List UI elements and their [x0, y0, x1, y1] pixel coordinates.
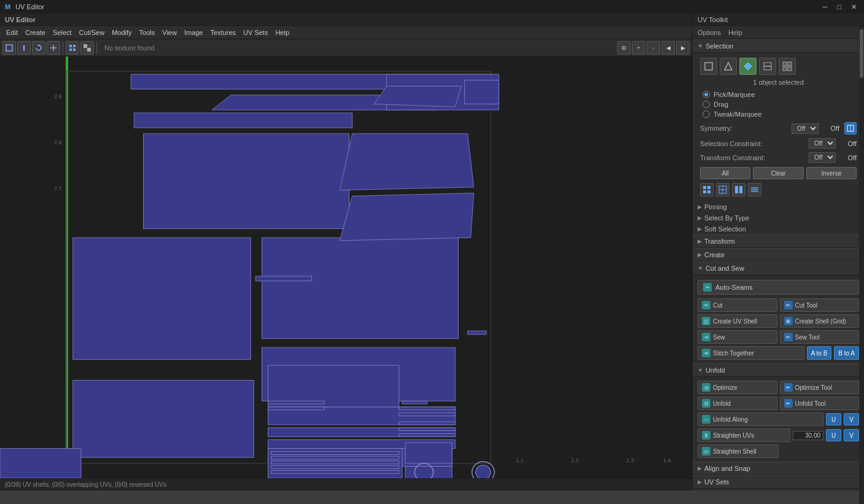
- toolbar-rotate-btn[interactable]: [32, 41, 45, 55]
- unfold-along-button[interactable]: ↔ Unfold Along: [698, 413, 823, 426]
- menu-modify[interactable]: Modify: [108, 28, 135, 37]
- menu-select[interactable]: Select: [49, 28, 76, 37]
- menu-view[interactable]: View: [158, 28, 181, 37]
- uv-viewport[interactable]: 2.9 2.8 2.7 0.7 -0.1 1.1 1.2 1.3 1.4: [0, 56, 692, 478]
- toolbar-fit-btn[interactable]: ⊞: [617, 41, 631, 55]
- straighten-shell-button[interactable]: ▭ Straighten Shell: [698, 444, 779, 458]
- optimize-button[interactable]: ◎ Optimize: [698, 381, 777, 394]
- clear-button[interactable]: Clear: [753, 167, 803, 179]
- selection-constraint-dropdown[interactable]: Off: [809, 138, 836, 149]
- auto-seams-button[interactable]: ✂ Auto-Seams: [698, 280, 859, 295]
- svg-marker-28: [340, 193, 473, 241]
- unfold-tool-button[interactable]: ✏ Unfold Tool: [780, 397, 860, 410]
- straighten-v-button[interactable]: V: [844, 429, 859, 441]
- toolbar-select-btn[interactable]: [2, 41, 16, 55]
- menu-cutsew[interactable]: Cut/Sew: [76, 28, 109, 37]
- right-panel-scrollbar[interactable]: [859, 26, 864, 490]
- radio-dot-pick[interactable]: [702, 91, 710, 98]
- straighten-uvs-button[interactable]: ⊻ Straighten UVs: [698, 428, 790, 442]
- toolbar-zoom-out-btn[interactable]: -: [647, 41, 660, 55]
- radio-pick-marquee[interactable]: Pick/Marquee: [702, 90, 854, 99]
- radio-drag[interactable]: Drag: [702, 99, 854, 109]
- transform-constraint-dropdown[interactable]: Off: [809, 152, 836, 163]
- section-header-selection[interactable]: Selection: [693, 39, 864, 53]
- menu-create[interactable]: Create: [21, 28, 49, 37]
- symmetry-dropdown[interactable]: Off: [792, 123, 819, 134]
- straighten-uvs-icon: ⊻: [702, 431, 710, 440]
- section-header-create[interactable]: Create: [693, 248, 864, 262]
- unfold-row: ⊡ Unfold ✏ Unfold Tool: [695, 395, 862, 411]
- toolkit-options-link[interactable]: Options: [698, 29, 721, 36]
- icon-grid-btn-3[interactable]: [732, 183, 745, 196]
- toolbar-grid-btn[interactable]: [66, 41, 79, 55]
- create-shell-grid-button[interactable]: ⊞ Create Shell (Grid): [780, 314, 860, 328]
- subsection-select-by-type[interactable]: ▶ Select By Type: [693, 212, 864, 223]
- icon-grid-btn-1[interactable]: [700, 183, 714, 196]
- menu-uvsets[interactable]: UV Sets: [239, 28, 271, 37]
- svg-rect-51: [271, 466, 399, 469]
- toolbar-nav-left[interactable]: ◀: [661, 41, 675, 55]
- menu-tools[interactable]: Tools: [136, 28, 159, 37]
- inverse-button[interactable]: Inverse: [806, 167, 857, 179]
- straighten-u-button[interactable]: U: [826, 429, 841, 441]
- unfold-along-label: Unfold Along: [713, 416, 748, 423]
- all-button[interactable]: All: [700, 167, 750, 179]
- optimize-tool-button[interactable]: ✏ Optimize Tool: [780, 381, 860, 394]
- straighten-shell-row: ▭ Straighten Shell: [695, 443, 862, 459]
- select-by-type-arrow: ▶: [698, 215, 702, 221]
- toolbar-nav-right[interactable]: ▶: [676, 41, 690, 55]
- section-header-align-snap[interactable]: Align and Snap: [693, 462, 864, 475]
- select-3d-icon[interactable]: [739, 58, 757, 75]
- select-shell-icon[interactable]: [779, 58, 796, 75]
- unfold-along-u-button[interactable]: U: [826, 413, 841, 425]
- toolbar-scale-btn[interactable]: [47, 41, 60, 55]
- section-header-cut-sew[interactable]: Cut and Sew: [693, 262, 864, 275]
- window-controls: ─ □ ✕: [820, 3, 859, 11]
- subsection-pinning[interactable]: ▶ Pinning: [693, 201, 864, 212]
- a-to-b-button[interactable]: A to B: [807, 346, 832, 360]
- menu-help[interactable]: Help: [271, 28, 293, 37]
- icon-grid-btn-4[interactable]: [748, 183, 761, 196]
- uv-editor-title: UV Editor: [5, 16, 36, 23]
- icon-grid-btn-2[interactable]: [716, 183, 730, 196]
- select-vert-icon[interactable]: [720, 58, 737, 75]
- cut-tool-label: Cut Tool: [795, 302, 818, 309]
- straighten-uvs-input[interactable]: [793, 431, 823, 440]
- radio-group-selection: Pick/Marquee Drag Tweak/Marquee: [695, 88, 862, 120]
- menu-edit[interactable]: Edit: [2, 28, 21, 37]
- radio-tweak-marquee[interactable]: Tweak/Marquee: [702, 109, 854, 119]
- create-uv-shell-button[interactable]: ◫ Create UV Shell: [698, 314, 777, 328]
- radio-label-pick: Pick/Marquee: [714, 91, 755, 98]
- maximize-button[interactable]: □: [835, 3, 844, 11]
- sew-tool-button[interactable]: ✏ Sew Tool: [780, 330, 860, 344]
- menu-textures[interactable]: Textures: [206, 28, 239, 37]
- toolbar-move-btn[interactable]: [17, 41, 31, 55]
- symmetry-extra-icon[interactable]: [844, 122, 857, 134]
- cut-tool-button[interactable]: ✏ Cut Tool: [780, 298, 860, 312]
- select-face-icon[interactable]: [700, 58, 717, 75]
- stitch-together-button[interactable]: ⇔ Stitch Together: [698, 346, 804, 360]
- unfold-button[interactable]: ⊡ Unfold: [698, 397, 777, 410]
- toolbar-zoom-in-btn[interactable]: +: [632, 41, 645, 55]
- right-panel-scrollbar-thumb[interactable]: [860, 29, 863, 78]
- cut-button[interactable]: ✂ Cut: [698, 298, 777, 312]
- section-label-uv-sets: UV Sets: [704, 478, 729, 486]
- select-edge-icon[interactable]: [759, 58, 776, 75]
- radio-dot-tweak[interactable]: [702, 110, 710, 118]
- toolbar-checker-btn[interactable]: [80, 41, 94, 55]
- svg-rect-11: [87, 48, 91, 52]
- transform-constraint-value: Off: [838, 154, 857, 161]
- close-button[interactable]: ✕: [849, 3, 859, 11]
- radio-dot-drag[interactable]: [702, 101, 710, 108]
- soft-selection-arrow: ▶: [698, 226, 702, 232]
- section-header-unfold[interactable]: Unfold: [693, 363, 864, 377]
- unfold-along-v-button[interactable]: V: [844, 413, 859, 425]
- toolkit-help-link[interactable]: Help: [728, 29, 742, 36]
- minimize-button[interactable]: ─: [820, 3, 830, 11]
- sew-button[interactable]: ⇒ Sew: [698, 330, 777, 344]
- section-header-transform[interactable]: Transform: [693, 235, 864, 248]
- menu-image[interactable]: Image: [181, 28, 207, 37]
- section-header-uv-sets[interactable]: UV Sets: [693, 475, 864, 489]
- subsection-soft-selection[interactable]: ▶ Soft Selection: [693, 223, 864, 235]
- b-to-a-button[interactable]: B to A: [834, 346, 859, 360]
